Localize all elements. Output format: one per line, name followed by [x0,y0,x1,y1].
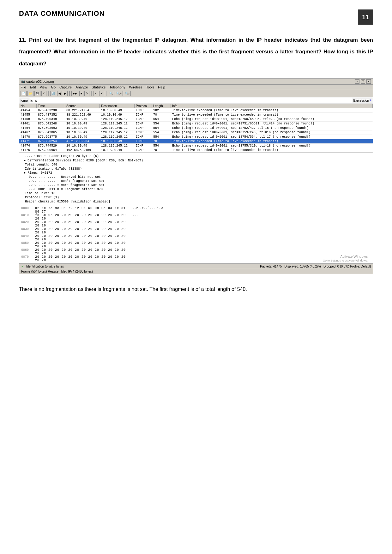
toolbar-go-forward[interactable]: ▶ [63,91,68,96]
table-row[interactable]: 41467 875.642065 10.10.30.49 128.119.245… [19,130,373,135]
detail-line-total-len[interactable]: Total Length: 540 [21,163,371,167]
cell-src: 192.68.63.189 [65,148,100,152]
toolbar-restart-capture[interactable]: ↻ [84,91,89,96]
cell-src: 10.10.30.49 [65,135,100,139]
cell-time: 875.642065 [37,130,65,135]
menu-statistics[interactable]: Statistics [92,85,106,89]
cell-src: 88.221.217.4 [65,108,100,112]
detail-line-protocol[interactable]: Protocol: ICMP (1) [21,196,371,200]
detail-line-ttl[interactable]: Time to live: 18 [21,191,371,196]
toolbar-go-back[interactable]: ◀ [57,91,62,96]
cell-time: 875.453238 [37,108,65,112]
cell-src: 10.10.30.49 [65,130,100,135]
filter-input[interactable] [29,98,352,103]
status-icon-ok: ✓ [21,265,24,268]
col-length: Length [152,104,171,108]
hex-offset: 0020 [21,220,33,227]
table-row[interactable]: 41475 875.800964 192.68.63.189 10.10.30.… [19,148,373,153]
detail-line-more-frag[interactable]: ..0. .... .... = More fragments: Not set [21,183,371,187]
page-title: DATA COMMUNICATION [19,9,105,18]
titlebar-buttons[interactable]: – □ ✕ [355,79,371,84]
cell-info: Time-to-live exceeded (Time to live exce… [171,108,373,112]
hex-offset: 0010 [21,214,33,220]
toolbar-zoom-out[interactable]: 🔍- [124,91,131,96]
toolbar-filter-apply[interactable]: ✓ [93,91,98,96]
toolbar-open[interactable]: 📁 [27,91,33,96]
page-number: 11 [358,9,373,25]
filter-plus[interactable]: + [370,99,371,102]
menu-file[interactable]: File [21,85,26,89]
menu-telephony[interactable]: Telephony [109,85,125,89]
hex-row: 0010 f5 8c 0c 20 20 20 20 20 20 20 20 20… [21,214,371,220]
cell-len: 554 [152,135,171,139]
cell-src: 10.10.30.49 [65,126,100,130]
cell-proto: ICMP [135,113,152,117]
cell-src: 4.71.200.234 [65,139,100,143]
cell-len: 70 [152,113,171,117]
col-time: Time [37,104,65,108]
cell-proto: ICMP [135,148,152,152]
table-row[interactable]: 41464 875.593993 10.10.30.49 128.119.245… [19,126,373,130]
table-row[interactable]: 41458 875.490348 10.10.30.49 128.119.245… [19,117,373,122]
cell-info: Echo (ping) request id=0x0001, seq=18752… [171,126,373,130]
cell-proto: ICMP [135,144,152,148]
menu-tools[interactable]: Tools [146,85,154,89]
table-row[interactable]: 41470 875.693775 10.10.30.49 128.119.245… [19,135,373,139]
statusbar: ✓ Identification (p.vi), 2 bytes Packets… [19,264,373,269]
detail-line-identification[interactable]: Identification: 0x7a9c (31388) [21,167,371,171]
hex-bytes: 20 20 20 20 20 20 20 20 20 20 20 20 20 2… [35,241,130,248]
filter-label: icmp [21,99,28,102]
toolbar-new[interactable]: 📄 [21,91,27,96]
toolbar-zoom-in[interactable]: 🔍+ [115,91,123,96]
table-row[interactable]: 41471 875.720254 4.71.200.234 10.10.30.4… [19,139,373,144]
menu-edit[interactable]: Edit [30,85,36,89]
cell-dst: 10.10.30.49 [100,139,135,143]
cell-len: 554 [152,130,171,135]
menu-view[interactable]: View [40,85,47,89]
toolbar-search[interactable]: 🔍 [108,91,114,96]
menu-go[interactable]: Go [51,85,56,89]
detail-line-checksum[interactable]: Header checksum: 0x5509 [validation disa… [21,200,371,204]
menu-analyze[interactable]: Analyze [75,85,88,89]
toolbar-reload[interactable]: 🔄 [50,91,56,96]
table-row[interactable]: 41454 875.453238 88.221.217.4 10.10.30.4… [19,108,373,113]
toolbar: 📄 📁 💾 ✕ 🔄 ◀ ▶ ▶▶ ■ ↻ ✓ ✕ 🔍 🔍+ 🔍- [19,90,373,97]
col-source: Source [65,104,100,108]
cell-src: 10.10.30.49 [65,144,100,148]
detail-line-flags[interactable]: Flags: 0x0172 [21,171,371,175]
toolbar-save[interactable]: 💾 [34,91,40,96]
hex-row: 0020 20 20 20 20 20 20 20 20 20 20 20 20… [21,220,371,227]
cell-dst: 128.119.245.12 [100,130,135,135]
cell-src: 10.10.30.49 [65,117,100,121]
menu-wireless[interactable]: Wireless [129,85,142,89]
toolbar-stop-capture[interactable]: ■ [79,91,83,96]
detail-line-header-len[interactable]: .... 0101 = Header Length: 20 bytes (5) [21,154,371,158]
hex-offset: 0000 [21,207,33,214]
hex-offset: 0030 [21,227,33,234]
maximize-button[interactable]: □ [361,79,365,84]
hex-bytes: f5 8c 0c 20 20 20 20 20 20 20 20 20 20 2… [35,214,130,220]
detail-pane: .... 0101 = Header Length: 20 bytes (5) … [19,153,373,205]
minimize-button[interactable]: – [355,79,359,84]
cell-dst: 128.119.245.12 [100,122,135,126]
table-row[interactable]: 41455 875.487352 88.221.252.49 10.10.30.… [19,113,373,117]
detail-line-reserved[interactable]: 0... .... .... = Reserved bit: Not set [21,175,371,179]
menu-help[interactable]: Help [158,85,165,89]
detail-line-frag-offset[interactable]: ...0 0001 0111 0 = Fragment offset: 370 [21,187,371,191]
toolbar-start-capture[interactable]: ▶▶ [71,91,78,96]
cell-src: 88.221.252.49 [65,113,100,117]
cell-info: Echo (ping) request id=0x0001, seq=18751… [171,122,373,126]
toolbar-filter-clear[interactable]: ✕ [99,91,104,96]
wireshark-window: 📷 capture02.pcapng – □ ✕ File Edit View … [19,78,373,274]
table-row[interactable]: 41461 875.541248 10.10.30.49 128.119.245… [19,122,373,126]
close-button[interactable]: ✕ [366,79,371,84]
hex-row: 0030 20 20 20 20 20 20 20 20 20 20 20 20… [21,227,371,234]
toolbar-close[interactable]: ✕ [41,91,46,96]
hex-bytes: 02 1c 7a 9c 01 72 12 01 60 08 0a 0a 1e 3… [35,207,130,214]
detail-line-dsf[interactable]: Differentiated Services Field: 0x00 (DSC… [21,158,371,163]
menu-capture[interactable]: Capture [59,85,72,89]
cell-no: 41475 [19,148,37,152]
detail-line-dont-frag[interactable]: .0.. .... .... = Don't fragment: Not set [21,179,371,183]
cell-src: 10.10.30.49 [65,122,100,126]
table-row[interactable]: 41474 875.744529 10.10.30.49 128.119.245… [19,144,373,148]
